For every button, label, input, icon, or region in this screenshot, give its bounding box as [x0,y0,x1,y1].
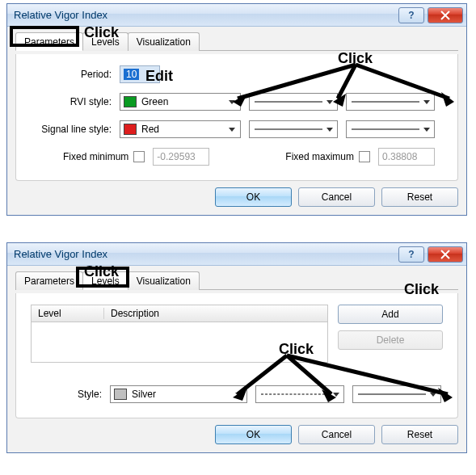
chevron-down-icon [423,100,430,104]
signal-color-select[interactable]: Red [120,120,241,138]
dialog-rvi-levels: Relative Vigor Index ? Parameters Levels… [6,242,467,453]
reset-button[interactable]: Reset [381,425,458,444]
add-button[interactable]: Add [338,305,443,324]
tab-levels[interactable]: Levels [82,271,128,290]
tab-visualization[interactable]: Visualization [128,271,200,290]
chevron-down-icon [229,128,235,132]
chevron-down-icon [235,393,242,397]
period-input[interactable]: 10 [120,65,160,83]
tabs: Parameters Levels Visualization [15,32,458,51]
tabs: Parameters Levels Visualization [15,271,458,290]
ok-button[interactable]: OK [215,425,292,444]
rvi-color-select[interactable]: Green [120,93,241,111]
chevron-down-icon [229,100,235,104]
delete-button[interactable]: Delete [338,330,443,350]
tab-visualization[interactable]: Visualization [128,32,200,51]
period-value: 10 [124,69,139,80]
col-description: Description [104,308,327,319]
color-swatch-red-icon [124,124,137,135]
cancel-button[interactable]: Cancel [298,425,375,444]
signal-linewidth-select[interactable] [346,120,435,138]
rvi-linestyle-select[interactable] [249,93,338,111]
fixedmin-input[interactable]: -0.29593 [153,148,209,166]
color-swatch-green-icon [124,96,137,107]
fixedmin-checkbox[interactable] [133,151,145,162]
titlebar: Relative Vigor Index ? [7,243,466,266]
style-label: Style: [31,389,102,400]
help-button[interactable]: ? [398,246,424,263]
chevron-down-icon [430,393,436,397]
rvi-style-label: RVI style: [31,96,112,107]
style-linestyle-select[interactable] [255,385,344,403]
tab-content: Level Description Add Delete Style: Silv… [15,293,458,418]
button-bar: OK Cancel Reset [15,425,458,444]
reset-button[interactable]: Reset [381,187,458,207]
tab-parameters[interactable]: Parameters [15,271,83,290]
dialog-rvi-parameters: Relative Vigor Index ? Parameters Levels… [6,3,467,216]
window-title: Relative Vigor Index [14,9,395,21]
col-level: Level [32,308,104,319]
signal-color-name: Red [141,124,159,135]
levels-list-header: Level Description [31,305,328,322]
cancel-button[interactable]: Cancel [298,187,375,207]
chevron-down-icon [326,100,333,104]
style-color-select[interactable]: Silver [110,385,247,403]
signal-style-label: Signal line style: [31,124,112,135]
signal-linestyle-select[interactable] [249,120,338,138]
fixedmax-input[interactable]: 0.38808 [378,148,435,166]
period-label: Period: [31,69,112,80]
rvi-color-name: Green [141,96,168,107]
fixedmin-label: Fixed minimum [63,151,128,162]
fixedmax-checkbox[interactable] [359,151,370,162]
button-bar: OK Cancel Reset [15,187,458,207]
chevron-down-icon [326,128,333,132]
style-linewidth-select[interactable] [352,385,441,403]
tab-content: Period: 10 RVI style: Green [15,54,458,181]
help-button[interactable]: ? [398,7,424,23]
levels-list-body[interactable] [31,322,328,363]
tab-levels[interactable]: Levels [82,32,128,51]
fixedmax-label: Fixed maximum [285,151,354,162]
color-swatch-silver-icon [114,389,127,400]
window-title: Relative Vigor Index [14,248,395,260]
ok-button[interactable]: OK [215,187,292,207]
rvi-linewidth-select[interactable] [346,93,435,111]
close-button[interactable] [428,246,463,263]
close-button[interactable] [428,7,463,23]
titlebar: Relative Vigor Index ? [7,4,466,27]
style-color-name: Silver [132,389,156,400]
chevron-down-icon [423,128,430,132]
tab-parameters[interactable]: Parameters [15,32,83,51]
chevron-down-icon [333,393,339,397]
